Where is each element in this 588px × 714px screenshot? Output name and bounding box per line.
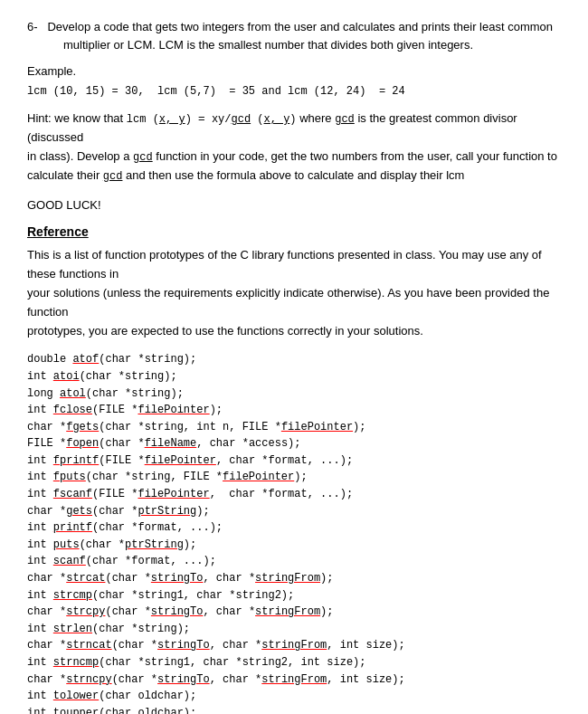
- fn-11: int puts(char *ptrString);: [27, 537, 561, 554]
- problem-line2: multiplier or LCM. LCM is the smallest n…: [27, 36, 473, 54]
- fn-18: int strncmp(char *string1, char *string2…: [27, 654, 561, 671]
- good-luck: GOOD LUCK!: [27, 198, 561, 212]
- fn-10: int printf(char *format, ...);: [27, 519, 561, 537]
- fn-2: long atol(char *string);: [27, 386, 561, 403]
- problem-section: 6- Develop a code that gets two integers…: [27, 18, 561, 212]
- hint-line1: Hint: we know that lcm (x, y) = xy/gcd (…: [27, 111, 517, 144]
- ref-line2: your solutions (unless the requirements …: [27, 286, 549, 319]
- fn-15: char *strcpy(char *stringTo, char *strin…: [27, 604, 561, 621]
- fn-16: int strlen(char *string);: [27, 621, 561, 638]
- fn-3: int fclose(FILE *filePointer);: [27, 402, 561, 419]
- fn-0: double atof(char *string);: [27, 351, 561, 368]
- hint-line2: in class). Develop a gcd function in you…: [27, 149, 557, 163]
- example-line: lcm (10, 15) = 30, lcm (5,7) = 35 and lc…: [27, 81, 561, 100]
- hint-section: Hint: we know that lcm (x, y) = xy/gcd (…: [27, 109, 561, 186]
- reference-title: Reference: [27, 224, 561, 239]
- example-section: Example. lcm (10, 15) = 30, lcm (5,7) = …: [27, 62, 561, 100]
- ref-line3: prototypes, you are expected to use the …: [27, 324, 423, 338]
- problem-statement: 6- Develop a code that gets two integers…: [27, 18, 561, 53]
- fn-5: FILE *fopen(char *fileName, char *access…: [27, 435, 561, 452]
- ref-line1: This is a list of function prototypes of…: [27, 248, 542, 281]
- fn-17: char *strncat(char *stringTo, char *stri…: [27, 637, 561, 654]
- fn-6: int fprintf(FILE *filePointer, char *for…: [27, 452, 561, 470]
- fn-13: char *strcat(char *stringTo, char *strin…: [27, 570, 561, 587]
- fn-7: int fputs(char *string, FILE *filePointe…: [27, 469, 561, 486]
- problem-number: 6-: [27, 20, 44, 33]
- and-word: and: [261, 85, 281, 98]
- fn-19: char *strncpy(char *stringTo, char *stri…: [27, 671, 561, 689]
- problem-line1: Develop a code that gets two integers fr…: [47, 20, 553, 33]
- reference-section: Reference This is a list of function pro…: [27, 224, 561, 340]
- fn-12: int scanf(char *format, ...);: [27, 553, 561, 570]
- fn-1: int atoi(char *string);: [27, 368, 561, 386]
- fn-21: int toupper(char oldchar);: [27, 705, 561, 714]
- fn-20: int tolower(char oldchar);: [27, 688, 561, 705]
- fn-8: int fscanf(FILE *filePointer, char *form…: [27, 486, 561, 503]
- fn-9: char *gets(char *ptrString);: [27, 503, 561, 520]
- example-label: Example.: [27, 62, 561, 81]
- fn-4: char *fgets(char *string, int n, FILE *f…: [27, 419, 561, 436]
- function-list: double atof(char *string); int atoi(char…: [27, 351, 561, 714]
- reference-desc: This is a list of function prototypes of…: [27, 246, 561, 340]
- hint-line3: calculate their gcd and then use the for…: [27, 168, 464, 182]
- fn-14: int strcmp(char *string1, char *string2)…: [27, 587, 561, 605]
